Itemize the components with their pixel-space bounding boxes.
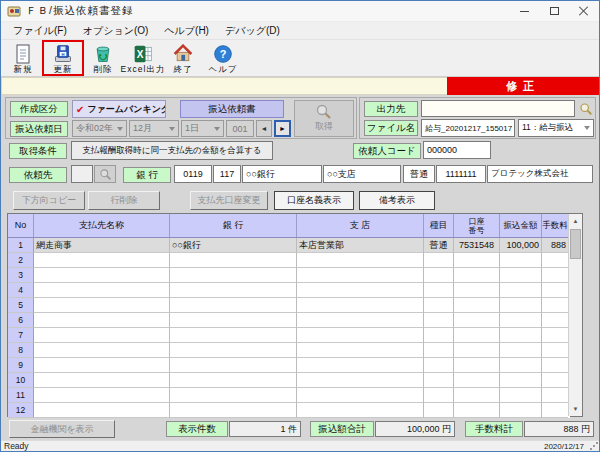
cell-fee[interactable] xyxy=(542,358,568,373)
cell-branch[interactable] xyxy=(297,388,424,403)
table-row[interactable]: 1 網走商事 ○○銀行 本店営業部 普通 7531548 100,000 888 xyxy=(8,238,570,253)
cell-payee[interactable] xyxy=(34,373,170,388)
cell-bank[interactable] xyxy=(170,313,297,328)
account-type-field[interactable]: 普通 xyxy=(403,165,435,183)
table-row[interactable]: 11 xyxy=(8,388,570,403)
resize-grip-icon[interactable] xyxy=(589,441,598,450)
scroll-down-icon[interactable]: ▼ xyxy=(569,402,582,416)
change-payee-account-button[interactable]: 支払先口座変更 xyxy=(190,191,268,210)
cell-payee[interactable]: 網走商事 xyxy=(34,238,170,253)
cell-payee[interactable] xyxy=(34,283,170,298)
cell-payee[interactable] xyxy=(34,388,170,403)
cell-bank[interactable] xyxy=(170,298,297,313)
table-row[interactable]: 12 xyxy=(8,403,570,418)
cell-type[interactable] xyxy=(424,403,454,418)
cell-bank[interactable] xyxy=(170,328,297,343)
table-row[interactable]: 7 xyxy=(8,328,570,343)
toolbar-update-button[interactable]: H 更新 xyxy=(43,41,83,75)
cell-payee[interactable] xyxy=(34,298,170,313)
cell-bank[interactable] xyxy=(170,373,297,388)
cell-bank[interactable] xyxy=(170,343,297,358)
cell-fee[interactable] xyxy=(542,313,568,328)
table-row[interactable]: 3 xyxy=(8,268,570,283)
cell-account[interactable] xyxy=(454,313,500,328)
menu-options[interactable]: オプション(O) xyxy=(75,24,157,38)
requester-code-field[interactable] xyxy=(71,165,93,183)
cell-amount[interactable] xyxy=(500,388,542,403)
cell-fee[interactable] xyxy=(542,388,568,403)
toolbar-excel-button[interactable]: X Excel出力 xyxy=(123,41,163,75)
cell-account[interactable] xyxy=(454,388,500,403)
cell-branch[interactable] xyxy=(297,328,424,343)
cell-bank[interactable] xyxy=(170,403,297,418)
cell-type[interactable] xyxy=(424,358,454,373)
cell-amount[interactable] xyxy=(500,403,542,418)
cell-amount[interactable] xyxy=(500,298,542,313)
sum-amounts-button[interactable]: 支払報酬取得時に同一支払先の金額を合算する xyxy=(71,141,273,160)
cell-fee[interactable] xyxy=(542,268,568,283)
scrollbar-thumb[interactable] xyxy=(570,229,581,259)
table-row[interactable]: 10 xyxy=(8,373,570,388)
cell-account[interactable] xyxy=(454,283,500,298)
show-banks-button[interactable]: 金融機関を表示 xyxy=(9,420,115,438)
cell-amount[interactable]: 100,000 xyxy=(500,238,542,253)
cell-branch[interactable] xyxy=(297,373,424,388)
cell-payee[interactable] xyxy=(34,343,170,358)
get-button[interactable]: 取得 xyxy=(294,100,354,137)
year-select[interactable]: 令和02年 xyxy=(72,120,127,137)
cell-amount[interactable] xyxy=(500,358,542,373)
output-dest-field[interactable] xyxy=(421,100,575,117)
cell-fee[interactable] xyxy=(542,283,568,298)
cell-type[interactable] xyxy=(424,298,454,313)
account-number-field[interactable]: 1111111 xyxy=(436,165,486,183)
table-row[interactable]: 2 xyxy=(8,253,570,268)
cell-account[interactable]: 7531548 xyxy=(454,238,500,253)
output-browse-button[interactable] xyxy=(577,100,594,117)
table-row[interactable]: 8 xyxy=(8,343,570,358)
file-name-input[interactable]: 給与_20201217_155017 xyxy=(421,119,515,137)
branch-name-field[interactable]: ○○支店 xyxy=(323,165,401,183)
cell-fee[interactable] xyxy=(542,328,568,343)
cell-bank[interactable] xyxy=(170,358,297,373)
cell-branch[interactable] xyxy=(297,403,424,418)
cell-account[interactable] xyxy=(454,343,500,358)
cell-type[interactable] xyxy=(424,373,454,388)
farm-banking-option[interactable]: ✔ ファームバンキング xyxy=(72,100,166,118)
sequence-field[interactable]: 001 xyxy=(226,120,254,137)
cell-type[interactable]: 普通 xyxy=(424,238,454,253)
branch-code-field[interactable]: 117 xyxy=(213,165,241,183)
cell-type[interactable] xyxy=(424,328,454,343)
cell-type[interactable] xyxy=(424,343,454,358)
cell-amount[interactable] xyxy=(500,373,542,388)
cell-branch[interactable] xyxy=(297,283,424,298)
cell-account[interactable] xyxy=(454,253,500,268)
cell-payee[interactable] xyxy=(34,358,170,373)
cell-account[interactable] xyxy=(454,358,500,373)
table-row[interactable]: 9 xyxy=(8,358,570,373)
cell-type[interactable] xyxy=(424,313,454,328)
table-row[interactable]: 6 xyxy=(8,313,570,328)
cell-payee[interactable] xyxy=(34,313,170,328)
cell-account[interactable] xyxy=(454,403,500,418)
cell-branch[interactable] xyxy=(297,343,424,358)
cell-fee[interactable]: 888 xyxy=(542,238,568,253)
table-scrollbar[interactable]: ▲ ▼ xyxy=(568,214,582,416)
menu-file[interactable]: ファイル(F) xyxy=(5,24,75,38)
cell-type[interactable] xyxy=(424,283,454,298)
cell-branch[interactable] xyxy=(297,313,424,328)
cell-fee[interactable] xyxy=(542,253,568,268)
cell-account[interactable] xyxy=(454,268,500,283)
client-code-input[interactable]: 000000 xyxy=(423,141,491,159)
cell-amount[interactable] xyxy=(500,328,542,343)
requester-lookup-button[interactable] xyxy=(94,165,116,183)
cell-branch[interactable] xyxy=(297,268,424,283)
transfer-request-doc-button[interactable]: 振込依頼書 xyxy=(180,100,284,118)
bank-name-field[interactable]: ○○銀行 xyxy=(242,165,322,183)
cell-fee[interactable] xyxy=(542,373,568,388)
cell-branch[interactable]: 本店営業部 xyxy=(297,238,424,253)
close-button[interactable] xyxy=(569,1,599,21)
cell-bank[interactable] xyxy=(170,253,297,268)
menu-debug[interactable]: デバッグ(D) xyxy=(217,24,288,38)
copy-down-button[interactable]: 下方向コピー xyxy=(13,191,85,210)
cell-amount[interactable] xyxy=(500,283,542,298)
